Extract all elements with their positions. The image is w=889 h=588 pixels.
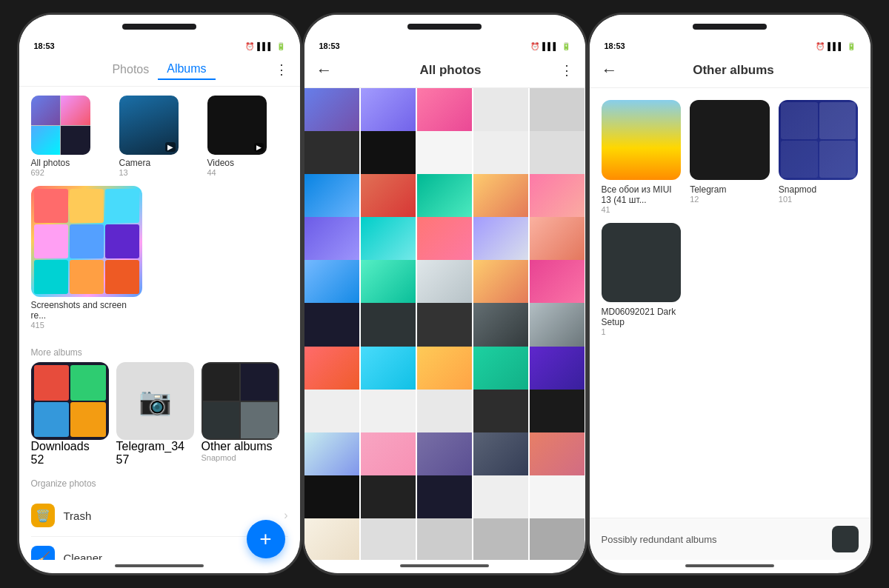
- phone1-screen: 18:53 ⏰ ▌▌▌ 🔋 Photos Albums ⋮: [19, 15, 300, 573]
- phone2-frame: 18:53 ⏰ ▌▌▌ 🔋 ← All photos ⋮: [302, 13, 587, 575]
- album-item-snapmod[interactable]: Snapmod 101: [779, 100, 859, 214]
- dark-setup-count: 1: [602, 327, 682, 336]
- alarm-icon3: ⏰: [816, 42, 825, 50]
- more-menu-icon[interactable]: ⋮: [275, 61, 288, 78]
- home-indicator2: [400, 564, 489, 567]
- photo-cell[interactable]: [417, 518, 472, 560]
- signal-icon: ▌▌▌: [257, 42, 273, 50]
- home-indicator1: [115, 564, 204, 567]
- telegram-count: 12: [690, 195, 770, 204]
- signal-icon2: ▌▌▌: [542, 42, 558, 50]
- status-bar2: 18:53 ⏰ ▌▌▌ 🔋: [304, 36, 585, 53]
- downloads-count: 52: [31, 453, 109, 467]
- pill-notch2: [407, 24, 482, 30]
- camera-label: Camera: [119, 158, 200, 168]
- photo-cell[interactable]: [304, 518, 359, 560]
- thumb-telegram: [690, 100, 770, 180]
- alarm-icon: ⏰: [245, 42, 254, 50]
- album-videos[interactable]: ▶ Videos 44: [207, 96, 288, 177]
- bottom-bar3: Possibly redundant albums: [590, 518, 870, 560]
- snapmod-count: 101: [779, 195, 859, 204]
- pill-notch3: [693, 24, 767, 30]
- downloads-label: Downloads: [31, 440, 109, 453]
- alarm-icon2: ⏰: [530, 42, 539, 50]
- album-downloads[interactable]: Downloads 52: [31, 362, 109, 467]
- thumb-all-photos: [31, 96, 90, 155]
- back-button2[interactable]: ←: [316, 61, 333, 80]
- redundant-albums-text: Possibly redundant albums: [602, 534, 717, 545]
- photo-cell[interactable]: [361, 518, 416, 560]
- thumb-videos: ▶: [207, 96, 267, 155]
- organize-label: Organize photos: [31, 478, 288, 489]
- dark-setup-name: MD06092021 Dark Setup: [602, 307, 682, 327]
- trash-chevron-icon: ›: [284, 509, 287, 522]
- album-other[interactable]: Other albums Snapmod: [202, 362, 279, 467]
- album-camera[interactable]: ▶ Camera 13: [119, 96, 200, 177]
- back-button3[interactable]: ←: [602, 61, 618, 80]
- thumb-dark-setup: [602, 223, 682, 303]
- phone2: 18:53 ⏰ ▌▌▌ 🔋 ← All photos ⋮: [302, 13, 587, 575]
- phone1: 18:53 ⏰ ▌▌▌ 🔋 Photos Albums ⋮: [17, 13, 302, 575]
- fab-add-button[interactable]: +: [247, 520, 285, 558]
- thumb-wallpapers: [602, 100, 682, 180]
- other-albums-grid: Все обои из MIUI 13 (41 шт... 41 Telegra…: [590, 88, 870, 518]
- status-icons1: ⏰ ▌▌▌ 🔋: [245, 42, 284, 50]
- other-albums-label: Other albums: [202, 440, 279, 453]
- notch1: [19, 15, 300, 36]
- phone2-screen: 18:53 ⏰ ▌▌▌ 🔋 ← All photos ⋮: [304, 15, 585, 573]
- screenshots-label: Screenshots and screen re...: [31, 300, 142, 321]
- phone3: 18:53 ⏰ ▌▌▌ 🔋 ← Other albums Все обои из…: [587, 13, 873, 575]
- album-item-wallpapers[interactable]: Все обои из MIUI 13 (41 шт... 41: [602, 100, 682, 214]
- videos-count: 44: [207, 168, 288, 177]
- phone1-frame: 18:53 ⏰ ▌▌▌ 🔋 Photos Albums ⋮: [17, 13, 302, 575]
- status-bar1: 18:53 ⏰ ▌▌▌ 🔋: [19, 36, 300, 53]
- wallpapers-count: 41: [602, 205, 682, 214]
- video-icon: ▶: [254, 143, 264, 152]
- screenshots-row: Screenshots and screen re... 415: [31, 186, 288, 330]
- thumb-snapmod: [779, 100, 859, 180]
- snapmod-name: Snapmod: [779, 184, 859, 195]
- phone3-screen: 18:53 ⏰ ▌▌▌ 🔋 ← Other albums Все обои из…: [590, 15, 870, 573]
- home-indicator3: [685, 564, 774, 567]
- status-time1: 18:53: [34, 41, 55, 50]
- cleaner-icon: 🧹: [31, 546, 55, 560]
- camera-count: 13: [119, 168, 200, 177]
- main-albums-section: All photos 692 ▶ Camera 13: [19, 87, 300, 330]
- thumb-screenshots: [31, 186, 142, 297]
- album-all-photos[interactable]: All photos 692: [31, 96, 112, 177]
- photo-cell[interactable]: [473, 518, 528, 560]
- thumb-other: [202, 362, 279, 440]
- all-photos-label: All photos: [31, 158, 112, 168]
- main-album-row: All photos 692 ▶ Camera 13: [31, 96, 288, 177]
- tabs-header: Photos Albums ⋮: [19, 53, 300, 87]
- status-time2: 18:53: [319, 41, 340, 50]
- videos-label: Videos: [207, 158, 288, 168]
- status-icons2: ⏰ ▌▌▌ 🔋: [530, 42, 570, 50]
- all-photos-title: All photos: [342, 63, 560, 78]
- bottom-bar-icon: [832, 526, 859, 552]
- battery-icon: 🔋: [276, 42, 285, 50]
- album-item-telegram[interactable]: Telegram 12: [690, 100, 770, 214]
- status-bar3: 18:53 ⏰ ▌▌▌ 🔋: [590, 36, 870, 53]
- phone3-frame: 18:53 ⏰ ▌▌▌ 🔋 ← Other albums Все обои из…: [587, 13, 873, 575]
- album-telegram34[interactable]: 📷 Telegram_34 57: [116, 362, 194, 467]
- album-screenshots[interactable]: Screenshots and screen re... 415: [31, 186, 142, 330]
- tab-albums[interactable]: Albums: [158, 59, 215, 80]
- thumb-camera: ▶: [119, 96, 179, 155]
- tab-photos[interactable]: Photos: [103, 60, 158, 79]
- signal-icon3: ▌▌▌: [828, 42, 843, 50]
- trash-label: Trash: [64, 510, 284, 522]
- status-time3: 18:53: [605, 41, 625, 50]
- all-photos-count: 692: [31, 168, 112, 177]
- thumb-telegram34: 📷: [116, 362, 194, 440]
- other-albums-header: ← Other albums: [590, 53, 870, 88]
- wallpapers-name: Все обои из MIUI 13 (41 шт...: [602, 184, 682, 205]
- notch2: [304, 15, 585, 36]
- album-item-dark-setup[interactable]: MD06092021 Dark Setup 1: [602, 223, 682, 337]
- battery-icon3: 🔋: [847, 42, 856, 50]
- telegram34-count: 57: [116, 453, 194, 467]
- photo-grid: [304, 88, 585, 560]
- more-icon2[interactable]: ⋮: [560, 62, 573, 78]
- photo-cell[interactable]: [530, 518, 585, 560]
- photo-header2: ← All photos ⋮: [304, 53, 585, 88]
